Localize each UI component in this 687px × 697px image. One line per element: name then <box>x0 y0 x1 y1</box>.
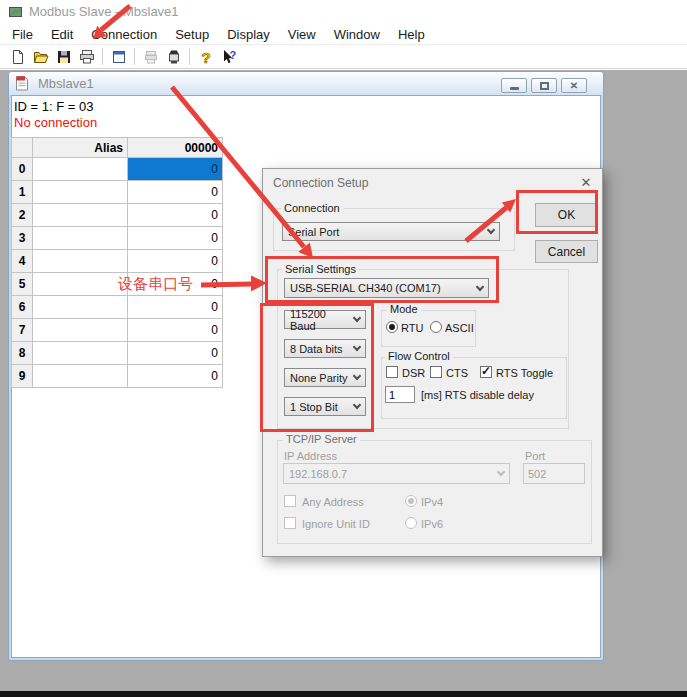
help-button[interactable]: ? <box>194 46 217 67</box>
alias-cell[interactable] <box>33 342 128 365</box>
row-header[interactable]: 1 <box>12 181 33 204</box>
rts-delay-input[interactable] <box>385 386 415 403</box>
column-header-corner <box>12 138 33 158</box>
chevron-down-icon <box>353 314 361 322</box>
ascii-radio[interactable] <box>430 321 442 333</box>
table-row: 90 <box>12 365 223 388</box>
menu-item-setup[interactable]: Setup <box>166 25 218 44</box>
chevron-down-icon <box>476 282 484 290</box>
data-bits-combobox[interactable]: 8 Data bits <box>284 339 366 358</box>
data-bits-value: 8 Data bits <box>290 343 343 355</box>
stop-bits-combobox[interactable]: 1 Stop Bit <box>284 397 366 416</box>
value-cell[interactable]: 0 <box>128 273 223 296</box>
window-title: Modbus Slave - Mbslave1 <box>29 4 179 19</box>
row-header[interactable]: 3 <box>12 227 33 250</box>
dsr-checkbox[interactable] <box>386 366 398 378</box>
display-settings-button[interactable] <box>107 46 130 67</box>
table-row: 30 <box>12 227 223 250</box>
row-header[interactable]: 0 <box>12 158 33 181</box>
dialog-title: Connection Setup <box>273 176 368 190</box>
menu-item-display[interactable]: Display <box>218 25 279 44</box>
rtu-radio[interactable] <box>386 321 398 333</box>
help-icon: ? <box>198 49 214 65</box>
alias-cell[interactable] <box>33 181 128 204</box>
alias-cell[interactable] <box>33 365 128 388</box>
row-header[interactable]: 6 <box>12 296 33 319</box>
value-cell[interactable]: 0 <box>128 319 223 342</box>
value-cell[interactable]: 0 <box>128 250 223 273</box>
close-child-button[interactable]: ✕ <box>561 78 587 93</box>
menu-item-view[interactable]: View <box>279 25 325 44</box>
parity-combobox[interactable]: None Parity <box>284 368 366 387</box>
cts-checkbox[interactable] <box>430 366 442 378</box>
row-header[interactable]: 2 <box>12 204 33 227</box>
row-header[interactable]: 7 <box>12 319 33 342</box>
register-table-header: Alias00000 <box>12 138 223 158</box>
menu-item-file[interactable]: File <box>3 25 42 44</box>
value-cell[interactable]: 0 <box>128 181 223 204</box>
dsr-label: DSR <box>402 367 425 379</box>
menu-item-connection[interactable]: Connection <box>82 25 166 44</box>
device-icon <box>166 49 182 65</box>
value-cell[interactable]: 0 <box>128 296 223 319</box>
minimize-button[interactable] <box>501 78 527 93</box>
dialog-close-button[interactable]: ✕ <box>576 173 596 191</box>
serial-port-combobox[interactable]: USB-SERIAL CH340 (COM17) <box>284 278 489 298</box>
connection-status-text: No connection <box>14 115 97 130</box>
display-communication-button[interactable] <box>162 46 185 67</box>
alias-cell[interactable] <box>33 319 128 342</box>
any-address-label: Any Address <box>302 496 364 508</box>
alias-cell[interactable] <box>33 204 128 227</box>
value-cell[interactable]: 0 <box>128 158 223 181</box>
menu-item-help[interactable]: Help <box>389 25 434 44</box>
menu-item-edit[interactable]: Edit <box>42 25 82 44</box>
menu-item-window[interactable]: Window <box>325 25 389 44</box>
alias-cell[interactable] <box>33 158 128 181</box>
restore-icon <box>540 82 549 90</box>
row-header[interactable]: 4 <box>12 250 33 273</box>
mbslave1-title: Mbslave1 <box>38 76 94 91</box>
value-cell[interactable]: 0 <box>128 342 223 365</box>
flow-control-label: Flow Control <box>385 350 453 362</box>
ignore-unit-id-label: Ignore Unit ID <box>302 518 370 530</box>
any-address-checkbox <box>284 495 296 507</box>
save-icon <box>56 49 72 65</box>
cancel-button[interactable]: Cancel <box>535 240 598 263</box>
ip-address-combobox: 192.168.0.7 <box>283 463 510 484</box>
column-header-alias: Alias <box>33 138 128 158</box>
ascii-label: ASCII <box>445 322 474 334</box>
restore-button[interactable] <box>531 78 557 93</box>
serial-settings-label: Serial Settings <box>282 263 359 275</box>
baud-rate-value: 115200 Baud <box>290 308 354 332</box>
mbslave1-titlebar[interactable]: Mbslave1 ✕ <box>9 72 603 95</box>
printer-icon <box>79 49 95 65</box>
alias-cell[interactable] <box>33 296 128 319</box>
value-cell[interactable]: 0 <box>128 227 223 250</box>
ipv4-radio <box>405 495 417 507</box>
save-file-button[interactable] <box>52 46 75 67</box>
caption-buttons: ✕ <box>501 78 587 93</box>
connection-type-combobox[interactable]: Serial Port <box>282 222 500 241</box>
baud-rate-combobox[interactable]: 115200 Baud <box>284 310 366 329</box>
context-help-button[interactable]: ? <box>217 46 240 67</box>
alias-cell[interactable] <box>33 250 128 273</box>
app-icon <box>8 4 24 20</box>
value-cell[interactable]: 0 <box>128 204 223 227</box>
alias-cell[interactable] <box>33 227 128 250</box>
print-button[interactable] <box>75 46 98 67</box>
new-file-icon <box>10 49 26 65</box>
ok-button[interactable]: OK <box>535 203 598 227</box>
value-cell[interactable]: 0 <box>128 365 223 388</box>
row-header[interactable]: 8 <box>12 342 33 365</box>
window-icon <box>111 49 127 65</box>
row-header[interactable]: 5 <box>12 273 33 296</box>
alias-cell[interactable] <box>33 273 128 296</box>
table-row: 40 <box>12 250 223 273</box>
port-field: 502 <box>523 463 585 484</box>
menu-bar: FileEditConnectionSetupDisplayViewWindow… <box>0 24 687 44</box>
rts-toggle-checkbox[interactable] <box>480 366 492 378</box>
row-header[interactable]: 9 <box>12 365 33 388</box>
communication-traffic-button[interactable] <box>139 46 162 67</box>
open-file-button[interactable] <box>29 46 52 67</box>
new-file-button[interactable] <box>6 46 29 67</box>
